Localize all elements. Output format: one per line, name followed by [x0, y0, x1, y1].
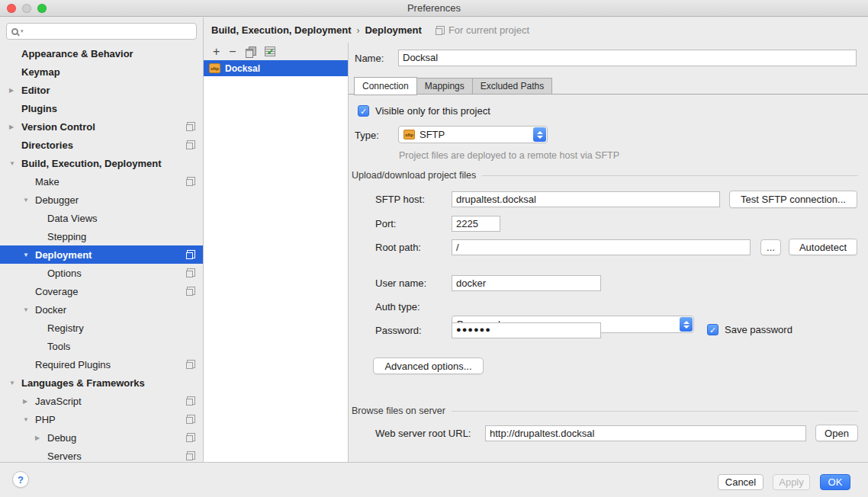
open-button[interactable]: Open: [815, 425, 858, 441]
advanced-options-button[interactable]: Advanced options...: [373, 358, 484, 374]
add-server-button[interactable]: +: [213, 45, 220, 59]
project-level-icon: [186, 250, 195, 259]
port-label: Port:: [375, 218, 396, 229]
name-input[interactable]: Docksal: [398, 50, 857, 66]
minimize-window-button: [22, 4, 31, 13]
type-select[interactable]: sftp SFTP: [398, 126, 548, 143]
chevron-down-icon[interactable]: [23, 416, 35, 423]
search-input[interactable]: ▾: [6, 23, 197, 40]
tab-bar: Connection Mappings Excluded Paths: [354, 77, 552, 95]
copy-server-icon[interactable]: [246, 46, 256, 57]
close-window-button[interactable]: [7, 4, 16, 13]
tab-connection[interactable]: Connection: [354, 77, 417, 95]
chevron-down-icon[interactable]: [23, 252, 35, 258]
sidebar-item-appearance-behavior[interactable]: Appearance & Behavior: [0, 44, 203, 63]
sidebar-item-php[interactable]: PHP: [0, 410, 203, 428]
select-stepper-icon[interactable]: [533, 127, 546, 142]
tab-mappings[interactable]: Mappings: [417, 78, 473, 95]
test-sftp-connection-button[interactable]: Test SFTP connection...: [729, 191, 857, 208]
project-level-icon: [186, 122, 195, 131]
root-path-input[interactable]: /: [452, 239, 751, 255]
visible-only-checkbox[interactable]: [358, 105, 369, 117]
save-password-checkbox[interactable]: [707, 324, 719, 335]
sidebar-item-registry[interactable]: Registry: [0, 319, 203, 337]
password-input[interactable]: ●●●●●●: [452, 322, 601, 338]
server-list-panel: + − sftp Docksal: [204, 43, 349, 462]
dialog-footer: ? Cancel Apply OK: [0, 462, 868, 497]
project-level-icon: [186, 415, 195, 424]
user-name-input[interactable]: docker: [452, 275, 601, 291]
browse-root-path-button[interactable]: ...: [760, 239, 781, 255]
ok-button[interactable]: OK: [820, 474, 850, 490]
project-level-icon: [186, 287, 195, 296]
port-input[interactable]: 2225: [452, 216, 500, 232]
sidebar-item-version-control[interactable]: Version Control: [0, 117, 203, 136]
sidebar-item-languages-frameworks[interactable]: Languages & Frameworks: [0, 374, 203, 392]
tab-excluded-paths[interactable]: Excluded Paths: [473, 78, 552, 95]
remove-server-button[interactable]: −: [229, 45, 236, 59]
breadcrumb-separator: ›: [356, 25, 359, 36]
sidebar-item-stepping[interactable]: Stepping: [0, 227, 203, 245]
sidebar-item-docker[interactable]: Docker: [0, 300, 203, 319]
sidebar-item-build-execution-deployment[interactable]: Build, Execution, Deployment: [0, 154, 203, 172]
sidebar-item-data-views[interactable]: Data Views: [0, 209, 203, 227]
autodetect-button[interactable]: Autodetect: [789, 239, 857, 255]
deployment-form: Name: Docksal Connection Mappings Exclud…: [349, 43, 868, 462]
preferences-window: Preferences ▾ Appearance & Behavior Keym…: [0, 0, 868, 497]
server-list-toolbar: + −: [204, 43, 348, 60]
project-level-icon: [186, 433, 195, 442]
chevron-right-icon[interactable]: [23, 398, 35, 405]
upload-section-header: Upload/download project files: [352, 170, 858, 181]
use-as-default-icon[interactable]: [265, 46, 275, 56]
chevron-down-icon[interactable]: [9, 380, 21, 386]
sidebar-item-required-plugins[interactable]: Required Plugins: [0, 355, 203, 374]
sidebar-item-coverage[interactable]: Coverage: [0, 282, 203, 300]
chevron-down-icon[interactable]: [9, 160, 21, 167]
sidebar-item-directories[interactable]: Directories: [0, 136, 203, 154]
project-level-icon: [186, 396, 195, 406]
name-label: Name:: [355, 53, 384, 64]
project-level-icon: [436, 26, 445, 35]
user-name-label: User name:: [375, 277, 426, 289]
settings-tree: Appearance & Behavior Keymap Editor Plug…: [0, 44, 203, 465]
chevron-down-icon[interactable]: [23, 306, 35, 313]
project-level-icon: [186, 268, 195, 277]
sidebar-item-deployment[interactable]: Deployment: [0, 245, 203, 264]
project-level-icon: [186, 451, 195, 460]
zoom-window-button[interactable]: [37, 4, 47, 13]
sftp-file-icon: sftp: [209, 63, 220, 73]
sidebar-item-debugger[interactable]: Debugger: [0, 191, 203, 209]
chevron-right-icon[interactable]: [9, 123, 21, 130]
sidebar-item-tools[interactable]: Tools: [0, 337, 203, 355]
window-title: Preferences: [0, 0, 868, 16]
sftp-host-label: SFTP host:: [375, 194, 425, 205]
settings-sidebar: ▾ Appearance & Behavior Keymap Editor Pl…: [0, 18, 204, 462]
sidebar-item-editor[interactable]: Editor: [0, 81, 203, 99]
chevron-down-icon[interactable]: [23, 197, 35, 204]
server-list-item-docksal[interactable]: sftp Docksal: [204, 60, 348, 76]
sidebar-item-options[interactable]: Options: [0, 264, 203, 282]
sidebar-item-make[interactable]: Make: [0, 172, 203, 191]
section-divider: [482, 175, 858, 176]
titlebar: Preferences: [0, 0, 868, 17]
help-button[interactable]: ?: [12, 471, 29, 488]
breadcrumb-parent[interactable]: Build, Execution, Deployment: [211, 24, 351, 36]
chevron-right-icon[interactable]: [9, 87, 21, 94]
web-root-input[interactable]: http://drupaltest.docksal: [485, 425, 806, 441]
sidebar-item-keymap[interactable]: Keymap: [0, 63, 203, 81]
context-label: For current project: [448, 24, 529, 36]
search-icon: [11, 28, 18, 35]
cancel-button[interactable]: Cancel: [718, 474, 764, 490]
visible-only-label: Visible only for this project: [375, 105, 490, 117]
sidebar-item-debug[interactable]: Debug: [0, 428, 203, 447]
auth-type-label: Auth type:: [375, 301, 420, 313]
search-filter-caret-icon[interactable]: ▾: [21, 28, 24, 34]
project-level-icon: [186, 360, 195, 369]
select-stepper-icon[interactable]: [680, 317, 693, 332]
save-password-label: Save password: [725, 324, 792, 335]
sidebar-item-plugins[interactable]: Plugins: [0, 99, 203, 117]
type-value: SFTP: [420, 129, 445, 140]
chevron-right-icon[interactable]: [35, 434, 47, 441]
sidebar-item-javascript[interactable]: JavaScript: [0, 392, 203, 410]
sftp-host-input[interactable]: drupaltest.docksal: [452, 191, 720, 207]
